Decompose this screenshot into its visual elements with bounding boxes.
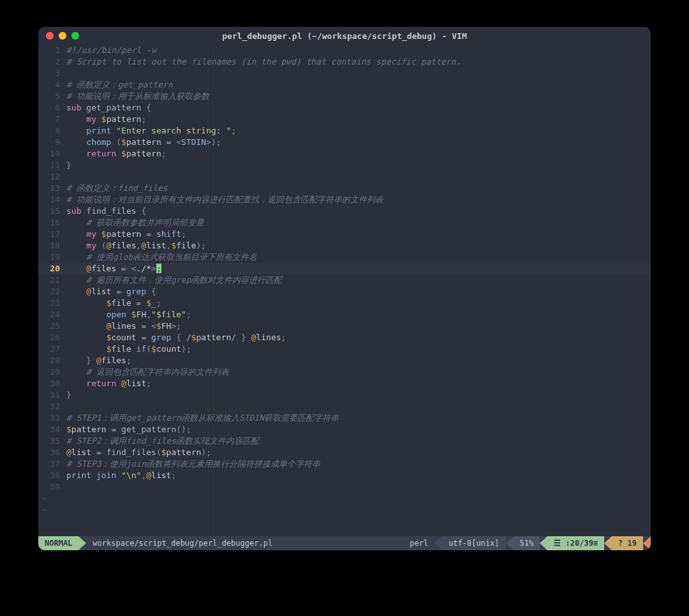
line-number: 6 [38,102,66,114]
percent-segment: 51% [514,536,540,550]
code-line[interactable]: 2# Script to list out the filenames (in … [38,56,651,68]
code-content: # 使用glob表达式获取当前目录下所有文件名 [66,252,257,263]
code-line[interactable]: 14# 功能说明：对当前目录所有文件内容进行匹配查找，返回包含匹配字符串的文件列… [38,194,651,206]
separator-icon [604,536,612,550]
code-line[interactable]: 35# STEP2：调用find_files函数实现文件内容匹配 [38,435,651,447]
code-content: } [66,160,71,171]
code-line[interactable]: 21 # 遍历所有文件，使用grep函数对文件内容进行匹配 [38,274,651,286]
separator-icon [78,536,86,550]
code-content: # 函数定义：get_pattern [66,79,173,91]
minimize-icon[interactable] [59,32,66,40]
code-line[interactable]: 6sub get_pattern { [38,102,651,114]
line-number: 21 [38,274,66,286]
code-content: my $pattern; [66,114,146,125]
filetype-segment: perl [403,536,434,550]
line-number: 23 [38,297,66,309]
statusline: NORMAL workspace/script_debug/perl_debug… [38,536,651,550]
code-line[interactable]: 19 # 使用glob表达式获取当前目录下所有文件名 [38,252,651,263]
code-line[interactable]: 39 [38,481,651,493]
line-number: 8 [38,125,66,137]
line-number: 22 [38,286,66,297]
line-number: 34 [38,424,66,435]
editor[interactable]: 1#!/usr/bin/perl -w2# Script to list out… [38,45,651,550]
code-content: # 获取函数参数并声明局部变量 [66,217,204,229]
line-number: 5 [38,91,66,102]
code-line[interactable]: 9 chomp ($pattern = <STDIN>); [38,137,651,148]
code-line[interactable]: 26 $count = grep { /$pattern/ } @lines; [38,332,651,343]
code-line[interactable]: 3 [38,68,651,79]
line-number: 31 [38,389,66,401]
code-content: # 遍历所有文件，使用grep函数对文件内容进行匹配 [66,274,282,286]
code-line[interactable]: 4# 函数定义：get_pattern [38,79,651,91]
code-line[interactable]: 29 # 返回包含匹配字符串内容的文件列表 [38,366,651,378]
warning-segment: ? 19 [612,536,643,550]
line-number: 17 [38,229,66,240]
empty-line: ~ [38,493,651,504]
code-line[interactable]: 23 $file = $_; [38,297,651,309]
code-content: chomp ($pattern = <STDIN>); [66,137,221,148]
separator-icon [506,536,514,550]
code-line[interactable]: 24 open $FH,"$file"; [38,309,651,320]
separator-icon [643,536,651,550]
code-content: sub get_pattern { [66,102,151,114]
code-line[interactable]: 10 return $pattern; [38,148,651,160]
line-number: 39 [38,481,66,493]
code-line[interactable]: 20 @files = <./*>; [38,263,651,274]
code-line[interactable]: 31} [38,389,651,401]
code-line[interactable]: 7 my $pattern; [38,114,651,125]
code-content: # STEP2：调用find_files函数实现文件内容匹配 [66,435,259,447]
code-line[interactable]: 38print join "\n",@list; [38,470,651,481]
line-number: 4 [38,79,66,91]
encoding-segment: utf-8[unix] [442,536,505,550]
code-content: } @files; [66,355,131,366]
line-number: 29 [38,366,66,378]
code-line[interactable]: 1#!/usr/bin/perl -w [38,45,651,56]
line-number: 16 [38,217,66,229]
code-line[interactable]: 15sub find_files { [38,206,651,217]
line-number: 30 [38,378,66,389]
code-content: } [66,389,71,401]
code-line[interactable]: 32 [38,401,651,412]
code-line[interactable]: 12 [38,171,651,183]
line-number: 38 [38,470,66,481]
code-content: @list = find_files($pattern); [66,447,211,458]
code-content: # 函数定义：find_files [66,183,168,194]
code-line[interactable]: 18 my (@files,@list,$file); [38,240,651,252]
traffic-lights [46,32,79,40]
line-number: 12 [38,171,66,183]
line-number: 28 [38,355,66,366]
mode-segment: NORMAL [38,536,78,550]
line-number: 18 [38,240,66,252]
code-content: my (@files,@list,$file); [66,240,206,252]
code-line[interactable]: 17 my $pattern = shift; [38,229,651,240]
close-icon[interactable] [46,32,54,40]
code-content: my $pattern = shift; [66,229,186,240]
line-number: 7 [38,114,66,125]
code-content: #!/usr/bin/perl -w [66,45,156,56]
line-number: 10 [38,148,66,160]
code-line[interactable]: 27 $file if($count); [38,343,651,355]
window-title: perl_debugger.pl (~/workspace/script_deb… [38,31,651,41]
line-number: 32 [38,401,66,412]
code-line[interactable]: 5# 功能说明：用于从标准输入获取参数 [38,91,651,102]
code-line[interactable]: 11} [38,160,651,171]
line-number: 11 [38,160,66,171]
code-line[interactable]: 22 @list = grep { [38,286,651,297]
code-line[interactable]: 37# STEP3：使用join函数将列表元素用换行分隔符拼接成单个字符串 [38,458,651,470]
code-line[interactable]: 36@list = find_files($pattern); [38,447,651,458]
line-number: 25 [38,320,66,332]
code-line[interactable]: 13# 函数定义：find_files [38,183,651,194]
file-path-segment: workspace/script_debug/perl_debugger.pl [86,536,279,550]
position-segment: ☰ :20/39≡ [547,536,604,550]
code-line[interactable]: 28 } @files; [38,355,651,366]
line-number: 14 [38,194,66,206]
code-area[interactable]: 1#!/usr/bin/perl -w2# Script to list out… [38,45,651,536]
code-line[interactable]: 33# STEP1：调用get_pattern函数从标准输入STDIN获取需要匹… [38,412,651,424]
code-line[interactable]: 34$pattern = get_pattern(); [38,424,651,435]
code-line[interactable]: 8 print "Enter search string: "; [38,125,651,137]
maximize-icon[interactable] [71,32,79,40]
code-line[interactable]: 16 # 获取函数参数并声明局部变量 [38,217,651,229]
code-line[interactable]: 25 @lines = <$FH>; [38,320,651,332]
code-line[interactable]: 30 return @list; [38,378,651,389]
code-content: $pattern = get_pattern(); [66,424,191,435]
